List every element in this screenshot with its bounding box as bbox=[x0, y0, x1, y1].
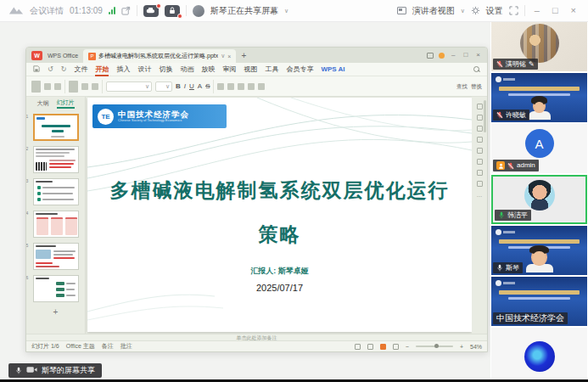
side-tool-icon[interactable] bbox=[477, 159, 483, 165]
cloud-record-button[interactable] bbox=[143, 5, 159, 17]
slide-thumbnail-4[interactable]: 4 bbox=[33, 211, 79, 238]
side-tool-icon[interactable] bbox=[477, 148, 483, 154]
ribbon-tab-design[interactable]: 设计 bbox=[137, 65, 151, 74]
ribbon-tab-slideshow[interactable]: 放映 bbox=[201, 65, 215, 74]
zoom-level[interactable]: 54% bbox=[470, 344, 482, 350]
italic-button[interactable]: I bbox=[184, 83, 186, 90]
numbered-list-icon[interactable] bbox=[258, 83, 265, 90]
comments-toggle[interactable]: 批注 bbox=[120, 342, 132, 351]
underline-button[interactable]: U bbox=[189, 83, 194, 90]
replace-button[interactable]: 替换 bbox=[471, 83, 482, 90]
camera-icon[interactable] bbox=[26, 366, 37, 375]
side-tool-icon[interactable] bbox=[477, 104, 483, 110]
align-left-icon[interactable] bbox=[217, 83, 224, 90]
ribbon-tab-home[interactable]: 开始 bbox=[95, 65, 109, 74]
participant-tile[interactable]: 斯琴 bbox=[491, 226, 587, 275]
font-name-select[interactable]: ∨ bbox=[106, 81, 152, 92]
sharing-status-text[interactable]: 斯琴正在共享屏幕 bbox=[210, 5, 278, 17]
participant-tile[interactable]: 中国技术经济学会 bbox=[491, 277, 587, 326]
ribbon-tab-member[interactable]: 会员专享 bbox=[286, 65, 313, 74]
slides-tab[interactable]: 幻灯片 bbox=[57, 98, 75, 109]
security-lock-button[interactable] bbox=[165, 5, 180, 17]
section-button[interactable] bbox=[92, 83, 98, 90]
wps-close-button[interactable]: × bbox=[474, 52, 482, 59]
side-tool-icon[interactable] bbox=[477, 170, 483, 176]
search-icon[interactable] bbox=[473, 66, 480, 73]
participant-tile-active-speaker[interactable]: 韩洁平 bbox=[491, 175, 587, 224]
slide-thumbnail-2[interactable]: 2 bbox=[33, 146, 79, 173]
save-icon[interactable] bbox=[33, 65, 40, 74]
find-button[interactable]: 查找 bbox=[456, 83, 468, 90]
ribbon-tab-review[interactable]: 审阅 bbox=[222, 65, 236, 74]
theme-name[interactable]: Office 主题 bbox=[66, 342, 95, 351]
ribbon-tab-wps-ai[interactable]: WPS AI bbox=[321, 65, 344, 73]
notes-toggle[interactable]: 备注 bbox=[102, 342, 114, 351]
format-painter-icon[interactable] bbox=[54, 83, 61, 90]
side-tool-icon[interactable] bbox=[477, 126, 483, 132]
current-slide[interactable]: TE 中国技术经济学会 Chinese Society of Technolog… bbox=[87, 98, 472, 332]
ribbon-tab-insert[interactable]: 插入 bbox=[116, 65, 130, 74]
chevron-down-icon[interactable]: ∨ bbox=[221, 53, 225, 59]
add-slide-button[interactable]: + bbox=[53, 307, 59, 317]
new-slide-button[interactable] bbox=[69, 81, 78, 93]
participant-tile[interactable] bbox=[491, 328, 587, 382]
align-right-icon[interactable] bbox=[238, 83, 244, 90]
close-button[interactable]: × bbox=[568, 6, 580, 15]
wps-home-button[interactable]: WPS Office bbox=[48, 53, 78, 59]
side-tool-icon[interactable] bbox=[477, 181, 483, 187]
sorter-view-icon[interactable] bbox=[367, 344, 373, 350]
participant-tile[interactable]: 满明铭 ✎ bbox=[491, 22, 587, 71]
document-tab[interactable]: P 多槽碱液电解制氢系统双层优化运行策略.pptx ∨ × bbox=[83, 49, 236, 63]
bold-button[interactable]: B bbox=[176, 83, 181, 90]
mic-icon[interactable] bbox=[15, 367, 22, 374]
slide-thumbnail-1[interactable]: 1 bbox=[33, 114, 79, 141]
cut-icon[interactable] bbox=[44, 83, 51, 90]
meeting-detail-button[interactable]: 会议详情 bbox=[30, 5, 64, 17]
screen-share-banner[interactable]: 斯琴的屏幕共享 bbox=[8, 363, 102, 378]
zoom-in-button[interactable]: + bbox=[460, 344, 463, 350]
gear-icon[interactable] bbox=[471, 3, 480, 19]
zoom-slider[interactable] bbox=[416, 345, 453, 347]
slide-thumbnail-5[interactable]: 5 bbox=[33, 243, 79, 270]
ribbon-tab-transition[interactable]: 切换 bbox=[159, 65, 172, 74]
normal-view-icon[interactable] bbox=[355, 344, 361, 350]
strikethrough-button[interactable]: S bbox=[205, 83, 210, 90]
settings-button[interactable]: 设置 bbox=[486, 5, 503, 17]
more-tools-icon[interactable]: … bbox=[477, 192, 483, 198]
chevron-down-icon[interactable]: ∨ bbox=[284, 8, 288, 14]
chevron-down-icon[interactable]: ∨ bbox=[461, 8, 465, 14]
bullet-list-icon[interactable] bbox=[248, 83, 255, 90]
pencil-icon[interactable]: ✎ bbox=[529, 61, 535, 68]
wps-notification-icon[interactable] bbox=[439, 53, 445, 59]
close-tab-icon[interactable]: × bbox=[227, 53, 231, 59]
wps-maximize-button[interactable]: □ bbox=[462, 52, 469, 59]
wps-minimize-button[interactable]: – bbox=[450, 52, 456, 59]
ribbon-tab-tools[interactable]: 工具 bbox=[265, 65, 278, 74]
align-center-icon[interactable] bbox=[227, 83, 234, 90]
new-tab-button[interactable]: + bbox=[241, 51, 246, 60]
undo-icon[interactable]: ↺ bbox=[48, 65, 53, 73]
redo-icon[interactable]: ↻ bbox=[61, 65, 67, 73]
fullscreen-icon[interactable] bbox=[509, 3, 518, 19]
participant-tile[interactable]: A admin bbox=[491, 124, 587, 173]
current-view-icon[interactable] bbox=[380, 344, 386, 350]
popout-icon[interactable] bbox=[121, 3, 131, 19]
side-tool-icon[interactable] bbox=[477, 137, 483, 143]
zoom-out-button[interactable]: − bbox=[406, 344, 409, 350]
file-menu-button[interactable]: 文件 bbox=[74, 65, 87, 74]
ribbon-tab-animation[interactable]: 动画 bbox=[180, 65, 193, 74]
font-color-button[interactable]: A bbox=[198, 83, 202, 90]
outline-tab[interactable]: 大纲 bbox=[37, 99, 49, 108]
slide-thumbnail-6[interactable]: 6 bbox=[33, 275, 79, 302]
font-size-select[interactable]: ∨ bbox=[155, 81, 172, 92]
paste-button[interactable] bbox=[31, 81, 41, 93]
ribbon-tab-view[interactable]: 视图 bbox=[244, 65, 257, 74]
maximize-button[interactable]: □ bbox=[549, 6, 562, 15]
slideshow-view-icon[interactable] bbox=[393, 344, 399, 350]
view-mode-button[interactable]: 演讲者视图 bbox=[412, 5, 455, 17]
slide-thumbnail-3[interactable]: 3 bbox=[33, 178, 79, 205]
zoom-slider-knob[interactable] bbox=[434, 344, 439, 348]
side-tool-icon[interactable] bbox=[477, 115, 483, 121]
wps-collab-icon[interactable] bbox=[427, 53, 434, 59]
wps-logo-icon[interactable]: W bbox=[31, 51, 42, 60]
